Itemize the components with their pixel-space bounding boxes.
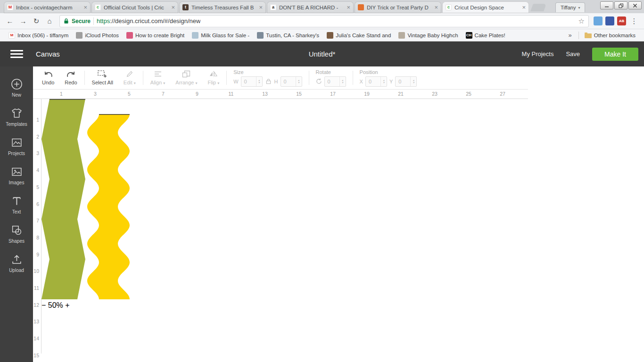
browser-tab[interactable]: cCricut Design Space× xyxy=(442,1,529,13)
tab-close-icon[interactable]: × xyxy=(259,4,263,10)
restore-button[interactable] xyxy=(614,1,627,9)
tab-close-icon[interactable]: × xyxy=(347,4,350,10)
browser-tab[interactable]: DIY Trick or Treat Party D× xyxy=(355,1,441,13)
site-icon xyxy=(358,4,364,10)
profile-button[interactable]: Tiffany ▾ xyxy=(555,2,585,12)
select-all-button[interactable]: Select All xyxy=(87,66,118,89)
bookmarks-overflow-chevron[interactable]: » xyxy=(564,32,577,39)
stepper-icons[interactable]: ▴▾ xyxy=(380,77,387,86)
save-link[interactable]: Save xyxy=(566,50,580,58)
flip-dropdown[interactable]: Flip▾ xyxy=(202,66,224,89)
arrange-dropdown[interactable]: Arrange▾ xyxy=(170,66,202,89)
other-bookmarks-label: Other bookmarks xyxy=(594,33,636,38)
rotate-input[interactable]: 0▴▾ xyxy=(324,76,346,87)
zoom-level: 50% xyxy=(48,301,63,309)
zoom-in-button[interactable]: + xyxy=(65,301,69,309)
sidebar-item-label: New xyxy=(12,92,21,98)
adblock-extension-icon[interactable]: AB xyxy=(617,16,626,25)
bookmark-item[interactable]: MInbox (506) - tiffanym xyxy=(5,32,72,39)
bookmark-item[interactable]: Julia's Cake Stand and xyxy=(323,32,395,39)
bookmark-extension-icon[interactable] xyxy=(605,16,614,25)
ruler-number: 7 xyxy=(36,218,39,223)
undo-button[interactable]: Undo xyxy=(37,66,59,89)
horizontal-ruler: 13579111315171921232527 xyxy=(33,90,528,99)
bookmark-favicon xyxy=(192,32,198,39)
ruler-number: 11 xyxy=(34,285,39,291)
sidebar-item-templates[interactable]: Templates xyxy=(0,102,33,132)
sidebar-item-images[interactable]: Images xyxy=(0,161,33,190)
bookmark-favicon xyxy=(398,32,405,39)
sidebar-item-new[interactable]: New xyxy=(0,73,33,102)
align-dropdown[interactable]: Align▾ xyxy=(145,66,170,89)
bookmark-favicon: M xyxy=(8,32,15,39)
cricut-icon: c xyxy=(95,4,101,10)
project-title: Untitled* xyxy=(309,50,336,58)
sidebar-item-shapes[interactable]: Shapes xyxy=(0,219,33,248)
canvas-grid[interactable]: − 50% + xyxy=(41,99,522,354)
x-input[interactable]: 0▴▾ xyxy=(365,76,387,87)
browser-tab[interactable]: cOfficial Cricut Tools | Cric× xyxy=(91,1,178,13)
other-bookmarks[interactable]: Other bookmarks xyxy=(581,33,639,38)
sidebar-item-text[interactable]: Text xyxy=(0,190,33,219)
width-input[interactable]: 0▴▾ xyxy=(241,76,263,87)
stepper-icons[interactable]: ▴▾ xyxy=(410,77,416,86)
ruler-number: 3 xyxy=(94,91,97,97)
cloud-extension-icon[interactable] xyxy=(594,16,603,25)
sidebar-item-upload[interactable]: Upload xyxy=(0,248,33,278)
stepper-icons[interactable]: ▴▾ xyxy=(256,77,262,86)
folder-icon xyxy=(585,33,592,38)
chevron-down-icon: ▾ xyxy=(134,81,136,85)
y-input[interactable]: 0▴▾ xyxy=(395,76,417,87)
minimize-button[interactable] xyxy=(600,1,613,9)
redo-icon xyxy=(66,70,75,78)
browser-tab[interactable]: tTimeless Treasures Fall B× xyxy=(179,1,266,13)
shirt-icon xyxy=(11,107,23,119)
redo-button[interactable]: Redo xyxy=(59,66,82,89)
bookmark-item[interactable]: Vintage Baby Highch xyxy=(395,32,462,39)
images-icon xyxy=(11,165,23,178)
width-label: W xyxy=(233,79,238,84)
bookmark-label: How to create Bright xyxy=(135,33,184,38)
refresh-button[interactable]: ↻ xyxy=(30,15,42,27)
omnibox[interactable]: Secure https://design.cricut.com/#/desig… xyxy=(59,15,589,27)
hamburger-menu-icon[interactable] xyxy=(10,48,23,60)
my-projects-link[interactable]: My Projects xyxy=(522,50,554,58)
ruler-number: 13 xyxy=(262,91,268,97)
zoom-out-button[interactable]: − xyxy=(41,301,46,309)
back-button[interactable]: ← xyxy=(4,15,16,27)
bookmark-favicon xyxy=(76,32,83,39)
forward-button[interactable]: → xyxy=(17,15,29,27)
ruler-number: 3 xyxy=(36,150,39,156)
edit-dropdown[interactable]: Edit▾ xyxy=(118,66,141,89)
select-all-icon xyxy=(98,70,107,78)
chevron-border-shape[interactable] xyxy=(41,99,85,299)
bookmark-item[interactable]: Milk Glass for Sale - xyxy=(188,32,253,39)
stepper-icons[interactable]: ▴▾ xyxy=(296,77,302,86)
tab-close-icon[interactable]: × xyxy=(171,4,175,10)
wavy-border-shape[interactable] xyxy=(87,114,130,299)
url-scheme: https xyxy=(97,17,110,25)
chevron-down-icon: ▾ xyxy=(578,6,580,10)
height-input[interactable]: 0▴▾ xyxy=(281,76,302,87)
browser-tab[interactable]: aDON'T BE A RICHARD -× xyxy=(267,1,354,13)
stepper-icons[interactable]: ▴▾ xyxy=(339,77,346,86)
browser-tab[interactable]: MInbox - ocvintagecharm× xyxy=(4,1,91,13)
sidebar-item-projects[interactable]: Projects xyxy=(0,132,33,161)
tab-close-icon[interactable]: × xyxy=(83,4,87,10)
ruler-number: 15 xyxy=(33,353,39,358)
bookmark-item[interactable]: iCloud Photos xyxy=(72,32,123,39)
lock-icon[interactable] xyxy=(266,78,271,84)
browser-menu-icon[interactable]: ⋮ xyxy=(628,15,640,27)
bookmark-label: Cake Plates! xyxy=(475,33,505,38)
new-tab-button[interactable] xyxy=(530,4,546,11)
ruler-number: 25 xyxy=(466,91,471,97)
tab-close-icon[interactable]: × xyxy=(522,4,526,10)
bookmark-item[interactable]: Tustin, CA - Sharkey's xyxy=(253,32,323,39)
bookmark-item[interactable]: CHCake Plates! xyxy=(462,32,509,39)
tab-close-icon[interactable]: × xyxy=(434,4,438,10)
make-it-button[interactable]: Make It xyxy=(592,48,638,61)
close-button[interactable] xyxy=(628,1,642,9)
home-button[interactable]: ⌂ xyxy=(43,15,56,27)
bookmark-item[interactable]: How to create Bright xyxy=(123,32,188,39)
bookmark-star-icon[interactable]: ☆ xyxy=(578,17,585,25)
